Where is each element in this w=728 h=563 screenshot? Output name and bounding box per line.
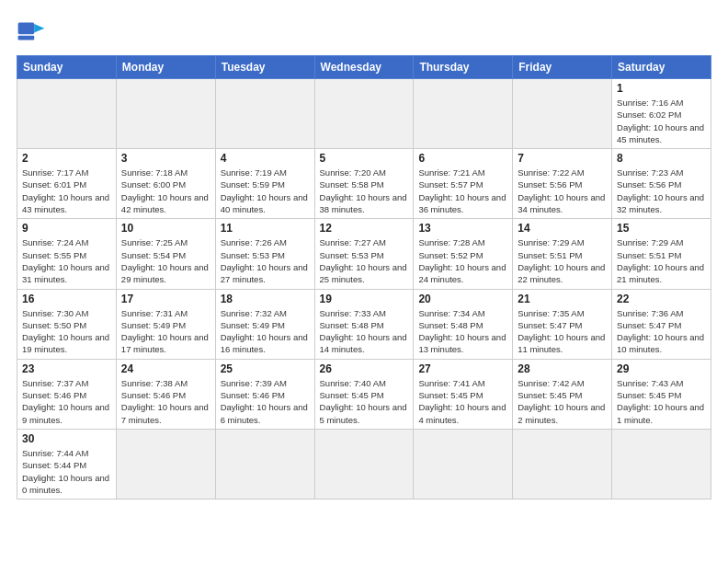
day-number: 5 (320, 152, 409, 165)
calendar-cell (314, 79, 414, 149)
day-number: 19 (320, 293, 409, 305)
day-number: 8 (617, 152, 706, 165)
day-info: Sunrise: 7:40 AMSunset: 5:45 PMDaylight:… (320, 377, 409, 426)
day-info: Sunrise: 7:17 AMSunset: 6:01 PMDaylight:… (22, 167, 111, 215)
calendar-cell: 26Sunrise: 7:40 AMSunset: 5:45 PMDayligh… (314, 359, 414, 429)
calendar-cell: 29Sunrise: 7:43 AMSunset: 5:45 PMDayligh… (612, 359, 711, 429)
day-number: 18 (221, 293, 310, 305)
calendar-cell: 17Sunrise: 7:31 AMSunset: 5:49 PMDayligh… (116, 289, 215, 359)
day-number: 29 (617, 362, 706, 375)
day-info: Sunrise: 7:37 AMSunset: 5:46 PMDaylight:… (22, 377, 111, 426)
weekday-header-thursday: Thursday (414, 56, 513, 79)
calendar: SundayMondayTuesdayWednesdayThursdayFrid… (17, 55, 711, 500)
calendar-cell: 21Sunrise: 7:35 AMSunset: 5:47 PMDayligh… (513, 289, 612, 359)
calendar-cell: 7Sunrise: 7:22 AMSunset: 5:56 PMDaylight… (513, 149, 612, 219)
day-number: 11 (221, 222, 310, 235)
day-info: Sunrise: 7:36 AMSunset: 5:47 PMDaylight:… (617, 307, 706, 356)
day-info: Sunrise: 7:18 AMSunset: 6:00 PMDaylight:… (121, 167, 210, 215)
day-info: Sunrise: 7:24 AMSunset: 5:55 PMDaylight:… (22, 236, 111, 285)
day-number: 26 (320, 362, 409, 375)
calendar-cell: 25Sunrise: 7:39 AMSunset: 5:46 PMDayligh… (215, 359, 314, 429)
day-number: 13 (418, 222, 507, 235)
calendar-cell (215, 429, 314, 499)
calendar-cell (116, 79, 215, 149)
day-info: Sunrise: 7:26 AMSunset: 5:53 PMDaylight:… (221, 236, 310, 285)
week-row-6: 30Sunrise: 7:44 AMSunset: 5:44 PMDayligh… (17, 429, 711, 499)
day-number: 3 (121, 152, 210, 165)
day-info: Sunrise: 7:33 AMSunset: 5:48 PMDaylight:… (320, 307, 409, 356)
calendar-cell: 15Sunrise: 7:29 AMSunset: 5:51 PMDayligh… (612, 219, 711, 289)
calendar-cell (414, 79, 513, 149)
day-number: 22 (617, 293, 706, 305)
calendar-cell: 30Sunrise: 7:44 AMSunset: 5:44 PMDayligh… (17, 429, 117, 499)
calendar-cell (513, 429, 612, 499)
day-number: 17 (121, 293, 210, 305)
weekday-header-tuesday: Tuesday (215, 56, 314, 79)
day-number: 4 (221, 152, 310, 165)
day-number: 1 (617, 82, 706, 95)
day-info: Sunrise: 7:21 AMSunset: 5:57 PMDaylight:… (418, 167, 507, 215)
logo (17, 17, 50, 46)
day-info: Sunrise: 7:43 AMSunset: 5:45 PMDaylight:… (617, 377, 706, 426)
svg-rect-2 (18, 36, 35, 40)
day-number: 30 (22, 432, 111, 445)
calendar-cell (414, 429, 513, 499)
calendar-cell: 10Sunrise: 7:25 AMSunset: 5:54 PMDayligh… (116, 219, 215, 289)
calendar-cell (116, 429, 215, 499)
day-info: Sunrise: 7:38 AMSunset: 5:46 PMDaylight:… (121, 377, 210, 426)
calendar-cell: 1Sunrise: 7:16 AMSunset: 6:02 PMDaylight… (612, 79, 711, 149)
calendar-cell: 24Sunrise: 7:38 AMSunset: 5:46 PMDayligh… (116, 359, 215, 429)
day-info: Sunrise: 7:27 AMSunset: 5:53 PMDaylight:… (320, 236, 409, 285)
day-info: Sunrise: 7:32 AMSunset: 5:49 PMDaylight:… (221, 307, 310, 356)
day-number: 7 (518, 152, 607, 165)
day-info: Sunrise: 7:41 AMSunset: 5:45 PMDaylight:… (418, 377, 507, 426)
calendar-cell: 23Sunrise: 7:37 AMSunset: 5:46 PMDayligh… (17, 359, 117, 429)
calendar-cell: 22Sunrise: 7:36 AMSunset: 5:47 PMDayligh… (612, 289, 711, 359)
day-number: 9 (22, 222, 111, 235)
calendar-cell: 5Sunrise: 7:20 AMSunset: 5:58 PMDaylight… (314, 149, 414, 219)
weekday-header-saturday: Saturday (612, 56, 711, 79)
day-number: 15 (617, 222, 706, 235)
week-row-4: 16Sunrise: 7:30 AMSunset: 5:50 PMDayligh… (17, 289, 711, 359)
calendar-cell: 14Sunrise: 7:29 AMSunset: 5:51 PMDayligh… (513, 219, 612, 289)
svg-marker-1 (34, 24, 44, 33)
day-number: 25 (221, 362, 310, 375)
calendar-cell: 4Sunrise: 7:19 AMSunset: 5:59 PMDaylight… (215, 149, 314, 219)
day-number: 27 (418, 362, 507, 375)
day-info: Sunrise: 7:22 AMSunset: 5:56 PMDaylight:… (518, 167, 607, 215)
day-info: Sunrise: 7:25 AMSunset: 5:54 PMDaylight:… (121, 236, 210, 285)
generalblue-logo-icon (17, 17, 46, 46)
calendar-cell: 18Sunrise: 7:32 AMSunset: 5:49 PMDayligh… (215, 289, 314, 359)
calendar-cell: 27Sunrise: 7:41 AMSunset: 5:45 PMDayligh… (414, 359, 513, 429)
week-row-5: 23Sunrise: 7:37 AMSunset: 5:46 PMDayligh… (17, 359, 711, 429)
calendar-cell (17, 79, 117, 149)
day-number: 14 (518, 222, 607, 235)
day-info: Sunrise: 7:42 AMSunset: 5:45 PMDaylight:… (518, 377, 607, 426)
calendar-cell: 8Sunrise: 7:23 AMSunset: 5:56 PMDaylight… (612, 149, 711, 219)
calendar-cell: 2Sunrise: 7:17 AMSunset: 6:01 PMDaylight… (17, 149, 117, 219)
calendar-cell: 19Sunrise: 7:33 AMSunset: 5:48 PMDayligh… (314, 289, 414, 359)
calendar-cell: 16Sunrise: 7:30 AMSunset: 5:50 PMDayligh… (17, 289, 117, 359)
calendar-cell: 13Sunrise: 7:28 AMSunset: 5:52 PMDayligh… (414, 219, 513, 289)
page: SundayMondayTuesdayWednesdayThursdayFrid… (0, 0, 728, 563)
calendar-cell (612, 429, 711, 499)
day-number: 24 (121, 362, 210, 375)
day-info: Sunrise: 7:29 AMSunset: 5:51 PMDaylight:… (518, 236, 607, 285)
day-info: Sunrise: 7:44 AMSunset: 5:44 PMDaylight:… (22, 447, 111, 496)
calendar-cell (215, 79, 314, 149)
calendar-cell: 11Sunrise: 7:26 AMSunset: 5:53 PMDayligh… (215, 219, 314, 289)
day-info: Sunrise: 7:29 AMSunset: 5:51 PMDaylight:… (617, 236, 706, 285)
day-info: Sunrise: 7:20 AMSunset: 5:58 PMDaylight:… (320, 167, 409, 215)
calendar-cell: 12Sunrise: 7:27 AMSunset: 5:53 PMDayligh… (314, 219, 414, 289)
calendar-cell: 28Sunrise: 7:42 AMSunset: 5:45 PMDayligh… (513, 359, 612, 429)
day-info: Sunrise: 7:35 AMSunset: 5:47 PMDaylight:… (518, 307, 607, 356)
day-info: Sunrise: 7:30 AMSunset: 5:50 PMDaylight:… (22, 307, 111, 356)
day-number: 6 (418, 152, 507, 165)
calendar-cell: 20Sunrise: 7:34 AMSunset: 5:48 PMDayligh… (414, 289, 513, 359)
day-number: 10 (121, 222, 210, 235)
header (17, 17, 711, 46)
calendar-cell (314, 429, 414, 499)
week-row-2: 2Sunrise: 7:17 AMSunset: 6:01 PMDaylight… (17, 149, 711, 219)
day-info: Sunrise: 7:31 AMSunset: 5:49 PMDaylight:… (121, 307, 210, 356)
day-info: Sunrise: 7:16 AMSunset: 6:02 PMDaylight:… (617, 97, 706, 145)
